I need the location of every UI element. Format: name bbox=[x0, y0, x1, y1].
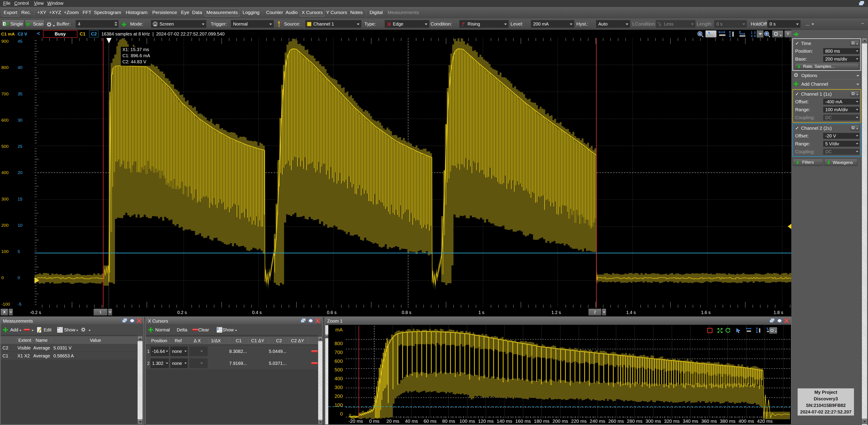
svg-text:1.8 s: 1.8 s bbox=[774, 310, 783, 315]
svg-text:1: 1 bbox=[3, 22, 5, 26]
svg-text:400: 400 bbox=[335, 376, 343, 381]
svg-text:240 ms: 240 ms bbox=[590, 419, 605, 424]
svg-text:420 ms: 420 ms bbox=[757, 419, 773, 424]
svg-text:1: 1 bbox=[751, 31, 753, 34]
svg-text:0 ms: 0 ms bbox=[369, 419, 379, 424]
svg-text:120 ms: 120 ms bbox=[478, 419, 494, 424]
svg-text:1.4 s: 1.4 s bbox=[626, 310, 636, 315]
svg-text:100 ms: 100 ms bbox=[460, 419, 475, 424]
svg-text:X1: 15.37 ms: X1: 15.37 ms bbox=[122, 47, 149, 52]
svg-text:0.4 s: 0.4 s bbox=[252, 310, 262, 315]
svg-text:180 ms: 180 ms bbox=[534, 419, 549, 424]
svg-text:340 ms: 340 ms bbox=[683, 419, 698, 424]
svg-text:500: 500 bbox=[335, 367, 343, 372]
svg-text:300 ms: 300 ms bbox=[646, 419, 661, 424]
svg-text:-100: -100 bbox=[1, 302, 10, 306]
svg-text:40 ms: 40 ms bbox=[405, 419, 418, 424]
svg-text:320 ms: 320 ms bbox=[664, 419, 680, 424]
svg-text:0: 0 bbox=[1, 275, 4, 280]
svg-text:25: 25 bbox=[18, 144, 22, 149]
svg-text:3: 3 bbox=[751, 34, 753, 37]
svg-text:800: 800 bbox=[335, 341, 343, 346]
svg-text:200 ms: 200 ms bbox=[553, 419, 568, 424]
svg-text:2: 2 bbox=[754, 31, 756, 34]
svg-text:35: 35 bbox=[18, 92, 22, 96]
svg-text:200: 200 bbox=[1, 223, 9, 228]
svg-text:-0.2 s: -0.2 s bbox=[30, 310, 41, 315]
svg-text:360 ms: 360 ms bbox=[701, 419, 717, 424]
svg-text:700: 700 bbox=[335, 350, 343, 355]
svg-text:C1: 896.6 mA: C1: 896.6 mA bbox=[122, 53, 150, 58]
svg-text:40: 40 bbox=[18, 65, 22, 70]
svg-text:15: 15 bbox=[18, 197, 22, 201]
svg-text:100: 100 bbox=[1, 249, 9, 254]
svg-text:10: 10 bbox=[18, 223, 22, 228]
svg-text:30: 30 bbox=[18, 118, 22, 123]
svg-text:-5: -5 bbox=[18, 302, 22, 306]
svg-text:-20 ms: -20 ms bbox=[348, 419, 363, 424]
svg-text:220 ms: 220 ms bbox=[571, 419, 587, 424]
svg-text:45: 45 bbox=[18, 39, 22, 44]
svg-text:0.8 s: 0.8 s bbox=[402, 310, 412, 315]
svg-text:160 ms: 160 ms bbox=[515, 419, 531, 424]
svg-text:1 s: 1 s bbox=[478, 310, 484, 315]
svg-text:1.6 s: 1.6 s bbox=[701, 310, 711, 315]
svg-text:60 ms: 60 ms bbox=[424, 419, 436, 424]
svg-text:700: 700 bbox=[1, 92, 9, 96]
svg-text:0.6 s: 0.6 s bbox=[327, 310, 337, 315]
svg-text:500: 500 bbox=[1, 144, 9, 149]
svg-text:4: 4 bbox=[754, 34, 756, 37]
svg-text:20 ms: 20 ms bbox=[386, 419, 399, 424]
svg-text:0: 0 bbox=[340, 411, 343, 417]
svg-text:380 ms: 380 ms bbox=[720, 419, 735, 424]
svg-text:400 ms: 400 ms bbox=[739, 419, 754, 424]
svg-text:0: 0 bbox=[18, 275, 20, 280]
svg-text:20: 20 bbox=[18, 170, 22, 175]
svg-text:C2: 44.83 V: C2: 44.83 V bbox=[122, 59, 146, 64]
svg-text:280 ms: 280 ms bbox=[627, 419, 642, 424]
svg-text:400: 400 bbox=[1, 170, 9, 175]
svg-text:260 ms: 260 ms bbox=[608, 419, 624, 424]
svg-text:140 ms: 140 ms bbox=[497, 419, 512, 424]
svg-text:80 ms: 80 ms bbox=[442, 419, 455, 424]
svg-text:200: 200 bbox=[335, 393, 343, 399]
svg-text:600: 600 bbox=[1, 118, 9, 123]
svg-text:300: 300 bbox=[335, 385, 343, 390]
svg-text:5: 5 bbox=[18, 249, 20, 254]
svg-text:1.2 s: 1.2 s bbox=[552, 310, 561, 315]
svg-text:1: 1 bbox=[699, 32, 701, 35]
svg-text:800: 800 bbox=[1, 65, 9, 70]
svg-text:mA: mA bbox=[335, 327, 343, 332]
svg-text:300: 300 bbox=[1, 197, 9, 201]
svg-text:0.2 s: 0.2 s bbox=[177, 310, 187, 315]
svg-text:900: 900 bbox=[1, 39, 9, 44]
svg-text:600: 600 bbox=[335, 358, 343, 364]
svg-text:100: 100 bbox=[335, 402, 343, 408]
